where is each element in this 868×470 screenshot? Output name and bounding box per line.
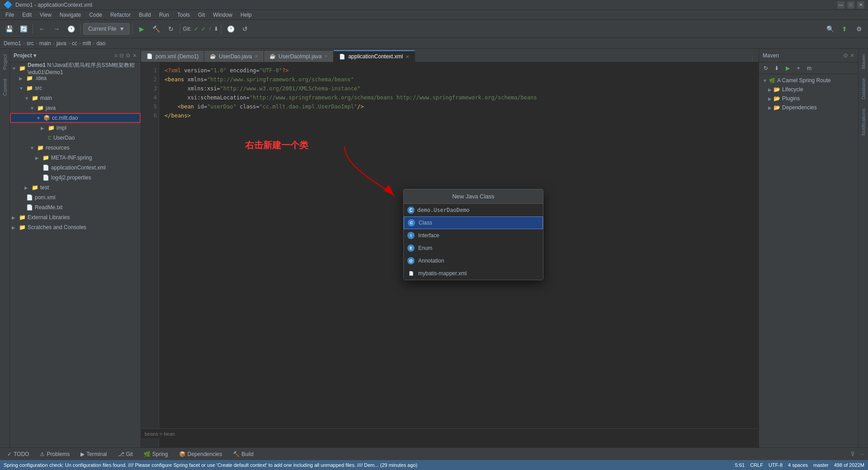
maven-download-btn[interactable]: ⬇ [772, 63, 782, 73]
toolbar-sync-btn[interactable]: 🔄 [17, 23, 30, 35]
maximize-button[interactable]: □ [847, 1, 854, 9]
toolbar-clock-btn[interactable]: 🕐 [224, 23, 237, 35]
menu-code[interactable]: Code [85, 11, 106, 19]
status-position[interactable]: 5:61 [735, 462, 745, 468]
maven-run-btn[interactable]: ▶ [783, 63, 793, 73]
toolbar-build-btn[interactable]: 🔨 [150, 23, 163, 35]
more-btn[interactable]: ··· [860, 451, 864, 457]
menu-refactor[interactable]: Refactor [107, 11, 134, 19]
bottom-tab-git[interactable]: ⎇ Git [114, 450, 137, 458]
menu-build[interactable]: Build [135, 11, 155, 19]
breadcrumb-dao[interactable]: dao [96, 40, 105, 47]
current-file-dropdown[interactable]: Current File ▼ [83, 23, 130, 35]
side-tab-notifications[interactable]: Notifications [859, 105, 868, 139]
status-branch[interactable]: master [813, 462, 829, 468]
tree-item-test[interactable]: ▶ 📁 test [10, 183, 141, 193]
menu-help[interactable]: Help [237, 11, 255, 19]
toolbar-run-btn[interactable]: ▶ [136, 23, 148, 35]
new-java-class-dialog[interactable]: New Java Class C C Class I Interface [403, 189, 543, 280]
bottom-tab-problems[interactable]: ⚠ Problems [36, 450, 73, 458]
project-sort-btn[interactable]: ≡ [114, 52, 118, 59]
close-button[interactable]: ✕ [857, 1, 864, 9]
tab-userdao-close[interactable]: ✕ [255, 54, 258, 59]
dialog-item-enum[interactable]: E Enum [404, 242, 543, 254]
toolbar-back-btn[interactable]: ← [36, 23, 48, 35]
tree-item-appctx[interactable]: ▶ 📄 applicationContext.xml [10, 163, 141, 173]
dialog-item-annotation[interactable]: @ Annotation [404, 254, 543, 267]
side-tab-project[interactable]: Project [0, 51, 9, 73]
tree-item-package[interactable]: ▼ 📦 cc.mllt.dao [10, 113, 141, 123]
menu-git[interactable]: Git [194, 11, 208, 19]
side-tab-maven[interactable]: Maven [859, 51, 868, 73]
breadcrumb-demo1[interactable]: Demo1 [4, 40, 21, 47]
maven-refresh-btn[interactable]: ↻ [761, 63, 771, 73]
tree-item-src[interactable]: ▼ 📁 src [10, 83, 141, 93]
status-crlf[interactable]: CRLF [750, 462, 763, 468]
menu-view[interactable]: View [36, 11, 55, 19]
dialog-class-name-input[interactable] [417, 207, 539, 213]
tab-appctx-close[interactable]: ✕ [406, 54, 409, 59]
maven-settings-btn[interactable]: ⚙ [843, 52, 848, 59]
menu-file[interactable]: File [2, 11, 18, 19]
menu-run[interactable]: Run [156, 11, 173, 19]
bottom-tab-spring[interactable]: 🌿 Spring [140, 450, 172, 458]
dialog-item-mybatis[interactable]: 📄 mybatis-mapper.xml [404, 267, 543, 280]
menu-navigate[interactable]: Navigate [56, 11, 85, 19]
tab-userdaoimpl-close[interactable]: ✕ [324, 54, 328, 59]
tree-item-log4j[interactable]: ▶ 📄 log4j2.properties [10, 173, 141, 183]
breadcrumb-java[interactable]: java [57, 40, 66, 47]
minimize-button[interactable]: — [837, 1, 844, 9]
bottom-tab-dependencies[interactable]: 📦 Dependencies [175, 450, 226, 458]
menu-window[interactable]: Window [209, 11, 236, 19]
project-collapse-btn[interactable]: ⊟ [119, 52, 124, 59]
tree-item-java[interactable]: ▼ 📁 java [10, 103, 141, 113]
project-settings-btn[interactable]: ⚙ [126, 52, 131, 59]
maven-item-plugins[interactable]: ▶ 📂 Plugins [759, 94, 858, 103]
bottom-tab-terminal[interactable]: ▶ Terminal [77, 450, 110, 458]
toolbar-update-btn[interactable]: ⬆ [838, 23, 851, 35]
tree-item-pom[interactable]: ▶ 📄 pom.xml [10, 193, 141, 202]
tree-item-impl[interactable]: ▶ 📁 impl [10, 123, 141, 133]
microphone-btn[interactable]: 🎙 [850, 451, 856, 458]
maven-item-dependencies[interactable]: ▶ 📂 Dependencies [759, 103, 858, 112]
bottom-tab-build[interactable]: 🔨 Build [229, 450, 257, 458]
maven-m-btn[interactable]: m [804, 63, 814, 73]
tree-item-readme[interactable]: ▶ 📄 ReadMe.txt [10, 202, 141, 212]
status-indent[interactable]: 4 spaces [788, 462, 808, 468]
tab-userdao-java[interactable]: ☕ UserDao.java ✕ [204, 50, 264, 62]
dialog-item-class[interactable]: C Class [404, 216, 543, 229]
menu-tools[interactable]: Tools [174, 11, 193, 19]
maven-item-root[interactable]: ▼ 🌿 A Camel Spring Route [759, 76, 858, 85]
toolbar-settings-btn[interactable]: ⚙ [853, 23, 865, 35]
tab-userdaoimpl-java[interactable]: ☕ UserDaoImpl.java ✕ [264, 50, 334, 62]
toolbar-undo-btn[interactable]: ↺ [239, 23, 251, 35]
tab-appctx-xml[interactable]: 📄 applicationContext.xml ✕ [334, 50, 415, 62]
tree-item-scratches[interactable]: ▶ 📁 Scratches and Consoles [10, 222, 141, 232]
toolbar-reload-btn[interactable]: ↻ [165, 23, 177, 35]
tree-item-main[interactable]: ▼ 📁 main [10, 93, 141, 103]
breadcrumb-src[interactable]: src [27, 40, 34, 47]
tab-pom-xml[interactable]: 📄 pom.xml (Demo1) [141, 50, 204, 62]
side-tab-commit[interactable]: Commit [0, 75, 9, 99]
dialog-item-interface[interactable]: I Interface [404, 229, 543, 242]
tree-item-metainf[interactable]: ▶ 📁 META-INF.spring [10, 153, 141, 163]
toolbar-save-btn[interactable]: 💾 [3, 23, 15, 35]
breadcrumb-mllt[interactable]: mllt [83, 40, 91, 47]
tree-item-resources[interactable]: ▼ 📁 resources [10, 143, 141, 153]
toolbar-search-btn[interactable]: 🔍 [824, 23, 836, 35]
status-charset[interactable]: UTF-8 [769, 462, 783, 468]
breadcrumb-main[interactable]: main [39, 40, 51, 47]
menu-edit[interactable]: Edit [19, 11, 35, 19]
tree-item-extlibs[interactable]: ▶ 📁 External Libraries [10, 212, 141, 222]
maven-close-btn[interactable]: ✕ [850, 52, 854, 59]
maven-add-btn[interactable]: + [793, 63, 803, 73]
project-close-btn[interactable]: ✕ [132, 52, 137, 59]
tree-item-demo1[interactable]: ▼ 📁 Demo1 N:\JavaEE\黑马程序员SSM框架教程\edu01\D… [10, 63, 141, 73]
maven-item-lifecycle[interactable]: ▶ 📂 Lifecycle [759, 85, 858, 94]
toolbar-forward-btn[interactable]: → [50, 23, 63, 35]
side-tab-database[interactable]: Database [859, 75, 868, 103]
tab-extra-btn[interactable]: ⋮ [750, 56, 755, 62]
bottom-tab-todo[interactable]: ✓ TODO [4, 450, 33, 458]
tree-item-userdao[interactable]: ▶ C UserDao [10, 133, 141, 143]
breadcrumb-cc[interactable]: cc [72, 40, 77, 47]
